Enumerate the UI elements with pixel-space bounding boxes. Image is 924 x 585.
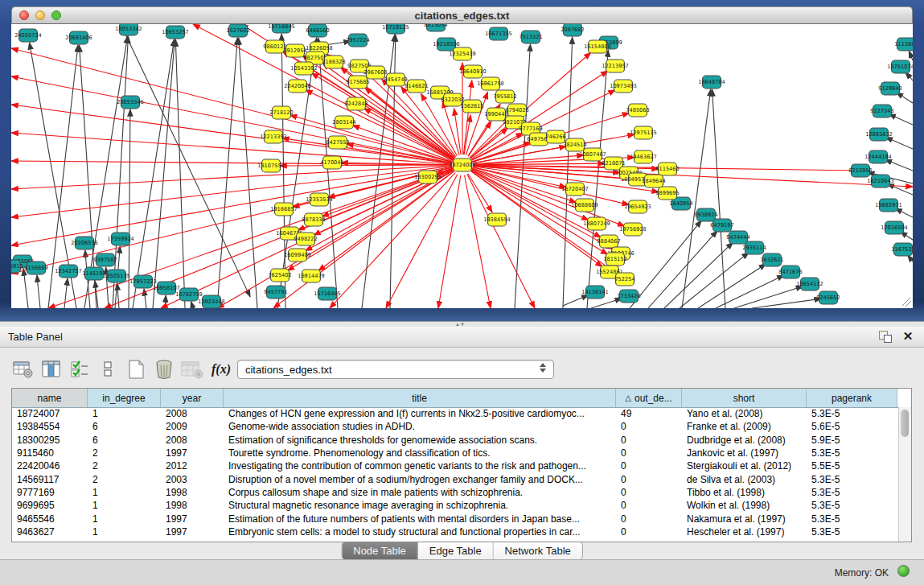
graph-node[interactable]: 9498222 (294, 233, 317, 245)
table-cell[interactable]: 0 (616, 474, 682, 485)
table-row[interactable]: 1830029562008Estimation of significance … (12, 434, 899, 447)
graph-node[interactable]: 9884067 (597, 235, 620, 248)
row-height-icon[interactable] (96, 358, 120, 381)
table-cell[interactable]: 5.3E-5 (807, 487, 897, 498)
table-cell[interactable]: 5.3E-5 (807, 526, 897, 538)
table-cell[interactable]: 0 (616, 526, 682, 538)
table-cell[interactable]: 0 (616, 421, 682, 432)
graph-node[interactable]: 6466160 (306, 24, 329, 37)
table-cell[interactable]: 0 (616, 460, 682, 472)
table-cell[interactable]: Yano et al. (2008) (682, 408, 807, 419)
table-cell[interactable]: Estimation of the future numbers of pati… (224, 513, 616, 525)
graph-node[interactable]: 1167533 (891, 243, 913, 256)
selection-mode-icon[interactable] (68, 358, 92, 381)
tab-edge-table[interactable]: Edge Table (418, 542, 494, 559)
table-cell[interactable]: 2008 (161, 435, 224, 446)
table-row[interactable]: 946554611997Estimation of the future num… (12, 512, 899, 525)
graph-node[interactable]: 7955812 (493, 90, 516, 103)
graph-node[interactable]: 7513321 (519, 31, 542, 43)
table-cell[interactable]: 5.5E-5 (807, 460, 897, 472)
graph-node[interactable]: 9457791 (264, 286, 287, 299)
vertical-scrollbar[interactable] (898, 407, 911, 542)
graph-node[interactable]: 1815152 (603, 253, 626, 266)
table-cell[interactable]: 2 (88, 447, 161, 459)
table-cell[interactable]: Tibbo et al. (1998) (682, 487, 807, 498)
table-row[interactable]: 1456911722003Disruption of a novel membe… (12, 472, 899, 485)
graph-node[interactable]: 2718120 (269, 106, 293, 119)
column-header-in-degree[interactable]: in_degree (88, 389, 161, 407)
table-cell[interactable]: 1 (88, 500, 161, 511)
table-cell[interactable]: 1 (88, 513, 161, 525)
graph-node[interactable]: 2803144 (332, 116, 355, 129)
tab-node-table[interactable]: Node Table (342, 542, 418, 559)
graph-node[interactable]: 8813054 (424, 24, 447, 31)
column-header-name[interactable]: name (12, 389, 88, 407)
graph-node[interactable]: 1362615 (460, 100, 483, 113)
graph-node[interactable]: 8878334 (302, 213, 325, 226)
column-header-out-de-[interactable]: △out_de... (616, 389, 682, 407)
table-cell[interactable]: 6 (88, 435, 161, 446)
table-cell[interactable]: 1997 (161, 447, 224, 459)
table-cell[interactable]: Franke et al. (2009) (682, 421, 807, 432)
table-row[interactable]: 911546021997Tourette syndrome. Phenomeno… (12, 447, 899, 459)
table-cell[interactable]: Nakamura et al. (1997) (682, 513, 807, 525)
table-cell[interactable]: 1997 (161, 526, 224, 538)
table-selector-dropdown[interactable]: citations_edges.txt (237, 360, 554, 379)
graph-node[interactable]: 9129948 (878, 82, 901, 95)
table-cell[interactable]: Genome-wide association studies in ADHD. (224, 421, 616, 432)
graph-node[interactable]: 9245652 (816, 291, 840, 304)
table-cell[interactable]: 5.3E-5 (807, 474, 897, 485)
new-column-icon[interactable] (124, 358, 148, 381)
float-panel-icon[interactable] (879, 331, 892, 343)
table-cell[interactable]: 5.9E-5 (807, 435, 897, 446)
table-row[interactable]: 969969511998Structural magnetic resonanc… (12, 499, 899, 512)
graph-node[interactable]: 8454749 (384, 73, 407, 86)
memory-ok-indicator-icon[interactable] (897, 565, 910, 577)
table-cell[interactable]: Tourette syndrome. Phenomenology and cla… (224, 447, 616, 459)
table-cell[interactable]: de Silva et al. (2003) (682, 474, 807, 485)
table-cell[interactable]: Stergiakouli et al. (2012) (682, 460, 807, 472)
table-cell[interactable]: 49 (616, 408, 682, 419)
table-cell[interactable]: 6 (88, 421, 161, 432)
graph-node[interactable]: 1849644 (642, 175, 665, 187)
graph-node[interactable]: 8427552 (326, 136, 349, 149)
graph-node[interactable]: 9899695 (655, 187, 679, 200)
graph-node[interactable]: 8215958 (848, 164, 872, 177)
column-header-short[interactable]: short (682, 389, 807, 407)
graph-node[interactable]: 1733426 (617, 290, 640, 303)
table-cell[interactable]: 9465546 (12, 513, 88, 525)
graph-node[interactable]: 9227343 (870, 105, 893, 117)
table-cell[interactable]: Estimation of significance thresholds fo… (224, 435, 616, 446)
table-cell[interactable]: Embryonic stem cells: a model to study s… (224, 526, 616, 538)
table-cell[interactable]: Changes of HCN gene expression and I(f) … (224, 408, 616, 419)
table-cell[interactable]: 1 (88, 487, 161, 498)
table-cell[interactable]: 2012 (161, 460, 224, 472)
table-cell[interactable]: 9699695 (12, 500, 88, 511)
table-cell[interactable]: 14569117 (12, 474, 88, 485)
table-cell[interactable]: 9777169 (12, 487, 88, 498)
table-cell[interactable]: 5.3E-5 (807, 408, 897, 419)
graph-node[interactable]: 6794028 (505, 104, 528, 117)
table-cell[interactable]: 1997 (161, 513, 224, 525)
table-row[interactable]: 1938455462009Genome-wide association stu… (12, 420, 899, 433)
table-row[interactable]: 977716911998Corpus callosum shape and si… (12, 486, 899, 499)
table-cell[interactable]: Wolkin et al. (1998) (682, 500, 807, 511)
graph-node[interactable]: 9146821 (405, 80, 428, 93)
delete-column-icon[interactable] (152, 358, 176, 381)
table-cell[interactable]: 9115460 (12, 447, 88, 459)
graph-node[interactable]: 8471676 (778, 266, 802, 278)
graph-node[interactable]: 1156869 (24, 262, 47, 274)
graph-node[interactable]: 9175685 (346, 76, 369, 89)
graph-node[interactable]: 2935114 (742, 241, 766, 254)
table-cell[interactable]: 5.3E-5 (807, 500, 897, 511)
table-cell[interactable]: 0 (616, 435, 682, 446)
table-cell[interactable]: 5.3E-5 (807, 447, 897, 459)
scrollbar-thumb[interactable] (901, 410, 909, 437)
table-cell[interactable]: Disruption of a novel member of a sodium… (224, 474, 616, 485)
delete-table-icon[interactable] (180, 358, 204, 381)
table-cell[interactable]: Structural magnetic resonance image aver… (224, 500, 616, 511)
network-canvas[interactable]: 2405572420691406180533421065325715276021… (11, 24, 913, 308)
graph-node[interactable]: 9115460 (655, 163, 679, 175)
table-cell[interactable]: 22420046 (12, 460, 88, 472)
graph-node[interactable]: 3824514 (563, 138, 586, 151)
